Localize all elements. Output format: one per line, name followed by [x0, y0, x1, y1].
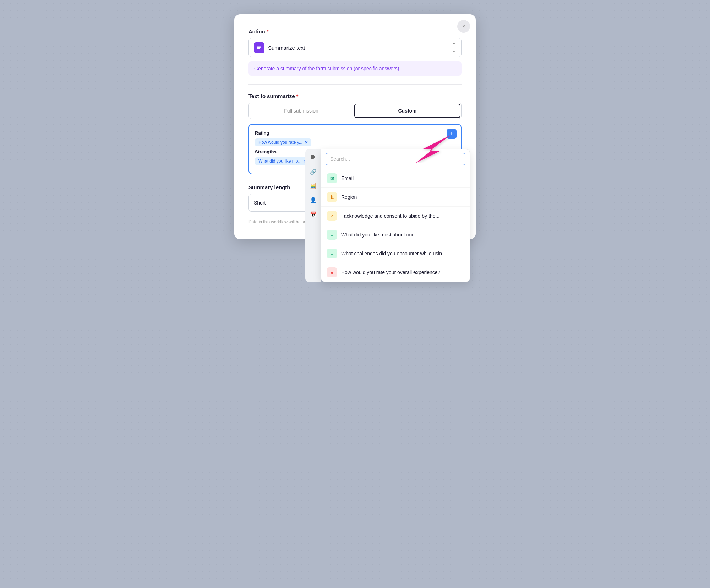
svg-rect-5	[311, 157, 315, 158]
region-icon: ⇅	[327, 192, 337, 202]
dropdown-item[interactable]: ✓I acknowledge and consent to abide by t…	[321, 207, 470, 225]
rating-tag-remove[interactable]: ✕	[305, 140, 308, 145]
sidebar-calculator-icon[interactable]: 🧮	[308, 181, 318, 191]
close-button[interactable]: ×	[457, 20, 470, 33]
checkbox-icon: ✓	[327, 211, 337, 221]
dropdown-item[interactable]: ≡What challenges did you encounter while…	[321, 244, 470, 263]
star-icon: ★	[327, 267, 337, 277]
svg-rect-0	[257, 46, 261, 47]
dropdown-item-label: Region	[341, 194, 357, 200]
action-label: Action *	[248, 28, 462, 34]
toggle-group: Full submission Custom	[248, 103, 462, 119]
divider	[248, 84, 462, 85]
text-summarize-label: Text to summarize *	[248, 93, 462, 99]
close-icon: ×	[462, 23, 465, 29]
dropdown-item-label: Email	[341, 175, 354, 181]
search-box	[321, 149, 470, 169]
required-star-2: *	[296, 93, 299, 99]
summary-length-value: Short	[254, 200, 266, 206]
modal: × Action * Summarize text ⌃⌄ Generate a	[234, 14, 476, 239]
action-select[interactable]: Summarize text ⌃⌄	[248, 38, 462, 57]
dropdown-panel: ✉Email⇅Region✓I acknowledge and consent …	[321, 149, 470, 282]
svg-rect-1	[257, 47, 261, 48]
dropdown-container: 🔗 🧮 👤 📅 ✉Email⇅Region✓I acknowledge and …	[305, 149, 470, 282]
dropdown-item-label: How would you rate your overall experien…	[341, 270, 440, 275]
toggle-custom[interactable]: Custom	[354, 104, 460, 118]
text-icon: ≡	[327, 230, 337, 240]
rating-label: Rating	[255, 130, 455, 136]
sidebar-document-icon[interactable]	[308, 153, 318, 163]
sidebar-calendar-icon[interactable]: 📅	[308, 209, 318, 219]
required-star: *	[267, 28, 269, 34]
action-section: Action * Summarize text ⌃⌄ Generate a su…	[248, 28, 462, 76]
rating-tag[interactable]: How would you rate y... ✕	[255, 138, 311, 146]
action-select-label: Summarize text	[268, 45, 305, 51]
svg-rect-4	[311, 156, 315, 157]
chevron-updown-icon: ⌃⌄	[452, 42, 456, 53]
dropdown-item[interactable]: ⇅Region	[321, 188, 470, 207]
dropdown-sidebar: 🔗 🧮 👤 📅	[305, 149, 321, 282]
rating-group: Rating How would you rate y... ✕	[255, 130, 455, 149]
dropdown-item-label: What did you like most about our...	[341, 232, 417, 238]
action-description: Generate a summary of the form submissio…	[248, 61, 462, 76]
email-icon: ✉	[327, 173, 337, 183]
svg-rect-3	[311, 155, 314, 156]
dropdown-item-label: What challenges did you encounter while …	[341, 251, 446, 256]
text-icon: ≡	[327, 249, 337, 258]
sidebar-link-icon[interactable]: 🔗	[308, 167, 318, 177]
dropdown-item[interactable]: ★How would you rate your overall experie…	[321, 263, 470, 282]
sidebar-person-icon[interactable]: 👤	[308, 195, 318, 205]
toggle-full-submission[interactable]: Full submission	[249, 103, 354, 119]
action-icon	[254, 42, 264, 53]
svg-rect-2	[257, 48, 260, 49]
dropdown-list: ✉Email⇅Region✓I acknowledge and consent …	[321, 169, 470, 282]
dropdown-item-label: I acknowledge and consent to abide by th…	[341, 213, 439, 219]
search-input[interactable]	[326, 153, 465, 165]
dropdown-item[interactable]: ✉Email	[321, 169, 470, 188]
svg-rect-6	[311, 158, 314, 159]
strengths-tag[interactable]: What did you like mo... ✕	[255, 157, 310, 165]
dropdown-item[interactable]: ≡What did you like most about our...	[321, 225, 470, 244]
add-field-button[interactable]: +	[447, 129, 457, 139]
